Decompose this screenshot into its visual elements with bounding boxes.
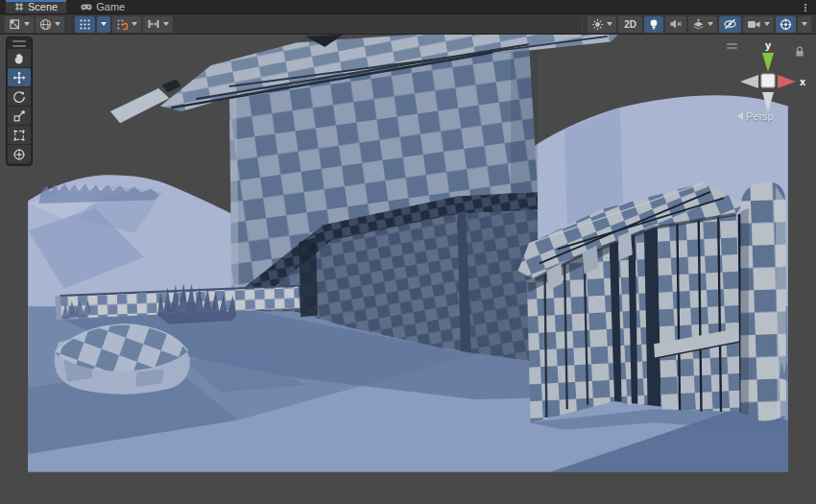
sparkle-icon bbox=[591, 18, 604, 31]
grid-snapping-button[interactable] bbox=[112, 16, 141, 33]
crosshair-sphere-icon bbox=[780, 18, 792, 31]
toolbar-separator bbox=[69, 18, 70, 31]
globe-icon bbox=[39, 18, 52, 31]
gizmos-button[interactable] bbox=[776, 16, 796, 33]
rotate-icon bbox=[12, 90, 26, 104]
transform-icon bbox=[12, 148, 26, 161]
projection-toggle[interactable]: Persp bbox=[737, 110, 774, 122]
grid-dots-icon bbox=[79, 18, 91, 31]
projection-label: Persp bbox=[746, 110, 774, 122]
scene-grid-icon bbox=[14, 2, 24, 12]
shed-door-opening bbox=[610, 226, 661, 406]
grid-magnet-icon bbox=[116, 18, 129, 31]
axis-cube[interactable] bbox=[761, 74, 775, 87]
tab-game-label: Game bbox=[96, 1, 125, 12]
dropdown-caret-icon bbox=[764, 22, 770, 26]
pillar-highlight bbox=[776, 185, 786, 417]
pivot-square-icon bbox=[9, 18, 21, 30]
orientation-gizmo-overlay: y x Persp bbox=[724, 36, 812, 129]
hand-icon bbox=[12, 52, 26, 65]
dropdown-caret-icon bbox=[101, 22, 107, 26]
dropdown-caret-icon bbox=[802, 22, 807, 26]
rect-icon bbox=[12, 129, 26, 142]
scene-3d-render bbox=[0, 35, 816, 504]
dropdown-caret-icon bbox=[24, 22, 30, 26]
grid-visibility-button[interactable] bbox=[75, 16, 95, 33]
scene-toolbar: 2D bbox=[0, 14, 816, 35]
grid-visibility-dropdown[interactable] bbox=[97, 16, 110, 33]
unity-scene-view-window: Scene Game bbox=[0, 0, 816, 504]
eye-slash-icon bbox=[723, 18, 737, 30]
scene-audio-button[interactable] bbox=[665, 16, 686, 33]
axis-x-cone[interactable] bbox=[778, 75, 796, 88]
tools-overlay bbox=[6, 36, 33, 166]
rect-tool-button[interactable] bbox=[8, 126, 31, 144]
dropdown-caret-icon bbox=[708, 22, 713, 26]
scene-camera-settings-button[interactable] bbox=[743, 16, 774, 33]
toolbar-separator bbox=[582, 18, 583, 31]
house-lower-side-shade bbox=[467, 210, 539, 362]
snap-bars-icon bbox=[147, 18, 160, 30]
scale-icon bbox=[12, 109, 26, 123]
draw-mode-button[interactable] bbox=[588, 16, 616, 33]
pivot-mode-button[interactable] bbox=[5, 16, 34, 33]
move-tool-button[interactable] bbox=[8, 68, 31, 86]
scale-tool-button[interactable] bbox=[8, 107, 31, 125]
tab-scene-label: Scene bbox=[28, 1, 58, 12]
2d-toggle-button[interactable]: 2D bbox=[618, 16, 642, 33]
axis-y-label: y bbox=[765, 39, 772, 51]
speaker-muted-icon bbox=[669, 18, 683, 30]
camera-icon bbox=[747, 19, 761, 30]
view-tool-button[interactable] bbox=[8, 49, 31, 67]
tab-scene[interactable]: Scene bbox=[6, 0, 66, 13]
rotate-tool-button[interactable] bbox=[8, 87, 31, 106]
house-wall-right-shade bbox=[511, 38, 538, 195]
axis-neg-cone-down[interactable] bbox=[762, 92, 774, 112]
dropdown-caret-icon bbox=[163, 22, 169, 26]
scene-visibility-button[interactable] bbox=[719, 16, 741, 33]
overlay-grab-handle-icon[interactable] bbox=[12, 40, 26, 47]
pillar-shade bbox=[740, 208, 748, 416]
2d-label: 2D bbox=[622, 19, 638, 30]
handle-orientation-button[interactable] bbox=[36, 16, 64, 33]
axis-x-label: x bbox=[800, 76, 806, 87]
scene-viewport[interactable]: y x Persp bbox=[0, 35, 816, 504]
tab-options-kebab-icon[interactable] bbox=[801, 2, 810, 13]
view-tab-bar: Scene Game bbox=[0, 0, 816, 14]
house-plank-gap bbox=[299, 237, 318, 317]
tab-game[interactable]: Game bbox=[72, 0, 133, 13]
bulb-icon bbox=[648, 18, 660, 31]
dropdown-caret-icon bbox=[607, 22, 612, 26]
gizmos-dropdown[interactable] bbox=[798, 16, 811, 33]
move-icon bbox=[12, 71, 26, 84]
dropdown-caret-icon bbox=[55, 22, 60, 26]
layers-icon bbox=[692, 18, 705, 30]
pillar bbox=[738, 182, 789, 421]
axis-y-cone[interactable] bbox=[762, 53, 774, 72]
scene-lighting-button[interactable] bbox=[644, 16, 663, 33]
gamepad-icon bbox=[81, 3, 92, 12]
effects-button[interactable] bbox=[688, 16, 717, 33]
axis-neg-cone-left[interactable] bbox=[740, 75, 758, 88]
transform-tool-button[interactable] bbox=[8, 145, 31, 163]
projection-arrow-icon bbox=[737, 112, 743, 120]
snap-increment-button[interactable] bbox=[143, 16, 173, 33]
dropdown-caret-icon bbox=[132, 22, 137, 26]
